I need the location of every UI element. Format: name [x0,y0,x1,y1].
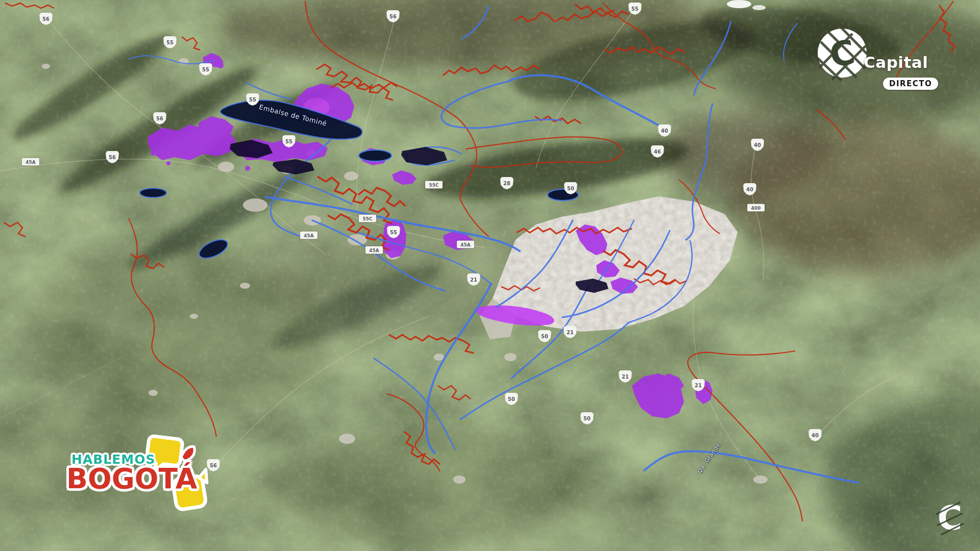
road-badge-400: 400 [747,204,765,212]
capital-logo-icon: C [817,24,868,82]
broadcast-frame: 56555655555556555645A40464040400285055C5… [0,0,980,551]
channel-name: Capital [864,53,928,71]
road-badge-45A: 45A [365,246,383,254]
road-badge-55C: 55C [359,215,376,222]
watermark-letter: C [938,499,962,538]
leaf-accent-icon [56,433,230,524]
road-badge-45A: 45A [457,241,474,248]
road-badge-55C: 55C [425,181,443,189]
live-badge: DIRECTO [883,78,938,90]
road-badge-45A: 45A [22,158,39,166]
show-logo: HABLEMOS BOGOTÁ [56,433,230,524]
watermark-logo: C [932,499,968,538]
road-badge-45A: 45A [300,232,317,239]
channel-bug: C Capital DIRECTO [817,24,970,96]
